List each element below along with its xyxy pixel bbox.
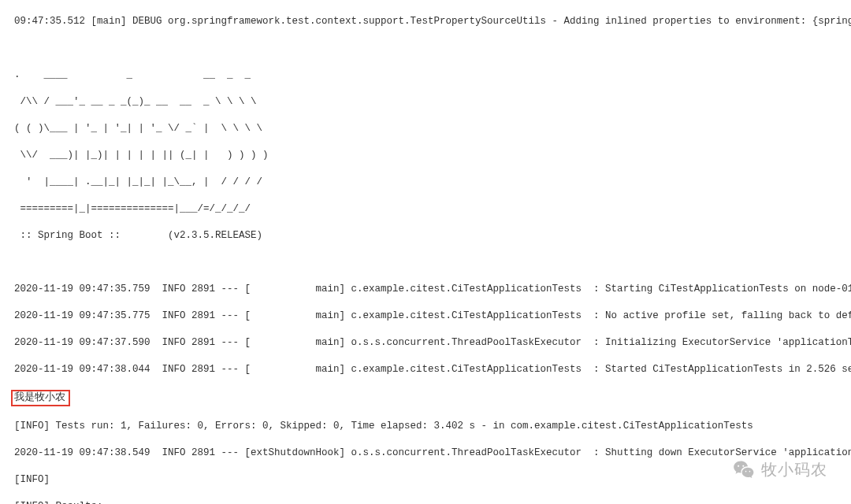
log-line: 09:47:35.512 [main] DEBUG org.springfram… xyxy=(14,15,851,28)
watermark-text: 牧小码农 xyxy=(761,463,827,476)
log-line: [INFO] xyxy=(14,473,851,487)
log-line xyxy=(14,256,851,269)
spring-boot-version: :: Spring Boot :: (v2.3.5.RELEASE) xyxy=(14,229,851,243)
log-line: [INFO] Results: xyxy=(14,500,851,504)
highlighted-output: 我是牧小农 xyxy=(14,390,851,406)
highlight-box: 我是牧小农 xyxy=(11,390,70,406)
wechat-icon xyxy=(733,458,755,480)
log-line: 2020-11-19 09:47:35.759 INFO 2891 --- [ … xyxy=(14,283,851,296)
banner-line: . ____ _ __ _ _ xyxy=(14,69,851,82)
log-line: 2020-11-19 09:47:38.549 INFO 2891 --- [e… xyxy=(14,447,851,460)
log-line: 2020-11-19 09:47:37.590 INFO 2891 --- [ … xyxy=(14,336,851,350)
log-line: [INFO] Tests run: 1, Failures: 0, Errors… xyxy=(14,420,851,433)
log-line xyxy=(14,42,851,55)
log-line: 2020-11-19 09:47:35.775 INFO 2891 --- [ … xyxy=(14,309,851,323)
banner-line: =========|_|==============|___/=/_/_/_/ xyxy=(14,202,851,216)
banner-line: ' |____| .__|_| |_|_| |_\__, | / / / / xyxy=(14,176,851,189)
watermark: 牧小码农 xyxy=(733,458,827,480)
log-line: 2020-11-19 09:47:38.044 INFO 2891 --- [ … xyxy=(14,363,851,376)
banner-line: \\/ ___)| |_)| | | | | || (_| | ) ) ) ) xyxy=(14,149,851,162)
banner-line: ( ( )\___ | '_ | '_| | '_ \/ _` | \ \ \ … xyxy=(14,122,851,135)
banner-line: /\\ / ___'_ __ _ _(_)_ __ __ _ \ \ \ \ xyxy=(14,95,851,109)
console-output: 09:47:35.512 [main] DEBUG org.springfram… xyxy=(0,0,851,504)
